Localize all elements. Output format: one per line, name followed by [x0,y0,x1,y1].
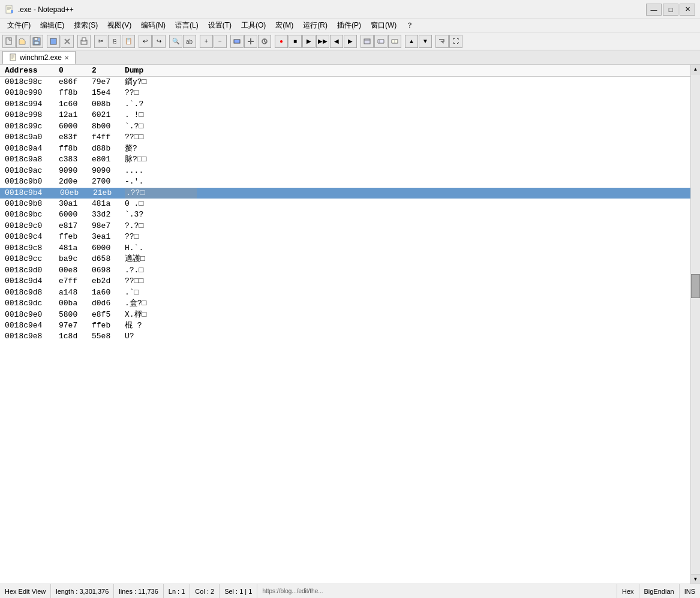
tb-undo[interactable]: ↩ [139,35,152,48]
tb-prev[interactable]: ◀ [330,35,343,48]
menu-tools[interactable]: 工具(O) [236,19,271,32]
tb-zoom-in[interactable]: + [200,35,213,48]
tb-fullscreen[interactable]: ⛶ [449,35,462,48]
cell-col0: 2d0e [59,176,92,187]
tb-redo[interactable]: ↪ [152,35,166,48]
tb-btn1[interactable] [230,35,244,48]
status-sel: Sel : 1 | 1 [220,584,257,598]
hex-row[interactable]: 0018c990 ff8b 15e4 ??□ [0,88,690,98]
tb-copy[interactable]: ⎘ [108,35,121,48]
hex-row[interactable]: 0018c9ac 9090 9090 .... [0,166,690,176]
tab-close-button[interactable]: ✕ [64,55,69,61]
tb-btn5[interactable] [374,35,387,48]
tb-open[interactable] [16,35,29,48]
tb-next[interactable]: ▶ [344,35,357,48]
hex-row[interactable]: 0018c9d0 00e8 0698 .?.□ [0,265,690,276]
cell-dump: H.`. [125,243,197,254]
cell-col0: 481a [59,243,92,254]
hex-row[interactable]: 0018c9d4 e7ff eb2d ??□□ [0,276,690,287]
tb-sep3 [91,35,94,48]
tb-rec[interactable]: ● [275,35,288,48]
app-icon [5,5,14,14]
main-content: Address 0 2 Dump 0018c98c e86f 79e7 鑕y?□… [0,65,700,584]
hex-row[interactable]: 0018c9cc ba9c d658 適護□ [0,254,690,265]
tb-new[interactable] [2,35,16,48]
tb-btn6[interactable] [388,35,401,48]
menu-language[interactable]: 语言(L) [170,19,203,32]
tb-btn2[interactable] [244,35,257,48]
tb-print[interactable] [77,35,91,48]
status-url: https://blog.../edit/the... [257,584,617,598]
menu-window[interactable]: 窗口(W) [366,19,401,32]
tb-zoom-out[interactable]: − [214,35,227,48]
hex-row[interactable]: 0018c9dc 00ba d0d6 .盒?□ [0,298,690,309]
hex-row[interactable]: 0018c9d8 a148 1a60 .`□ [0,287,690,298]
menu-run[interactable]: 运行(R) [298,19,332,32]
hex-row[interactable]: 0018c99c 6000 8b00 `.?□ [0,121,690,132]
menu-macro[interactable]: 宏(M) [271,19,298,32]
cell-address: 0018c99c [5,121,59,132]
tb-play[interactable]: ▶ [302,35,316,48]
tb-save-all[interactable] [47,35,60,48]
tb-stop[interactable]: ■ [289,35,302,48]
tb-btn3[interactable] [258,35,271,48]
hex-row[interactable]: 0018c9c8 481a 6000 H.`. [0,243,690,254]
tb-cut[interactable]: ✂ [94,35,107,48]
hex-row[interactable]: 0018c9a4 ff8b d88b 嫠? [0,143,690,154]
menu-edit[interactable]: 编辑(E) [35,19,69,32]
menu-view[interactable]: 视图(V) [103,19,136,32]
tb-sep8 [272,35,274,48]
tb-btn4[interactable] [360,35,374,48]
tb-down[interactable]: ▼ [419,35,432,48]
tb-wrap[interactable] [435,35,449,48]
menu-settings[interactable]: 设置(T) [203,19,236,32]
menu-search[interactable]: 搜索(S) [69,19,103,32]
cell-address: 0018c9d4 [5,276,59,287]
scroll-up-button[interactable]: ▲ [691,65,700,74]
tb-find[interactable]: 🔍 [169,35,182,48]
cell-dump: ??□□ [125,276,197,287]
cell-address: 0018c9b8 [5,199,59,209]
hex-row[interactable]: 0018c9b8 30a1 481a 0 .□ [0,199,690,209]
minimize-button[interactable]: — [646,4,662,16]
hex-row[interactable]: 0018c9c0 e817 98e7 ?.?□ [0,221,690,232]
cell-dump: . !□ [125,110,197,121]
close-button[interactable]: ✕ [680,4,695,16]
menu-encoding[interactable]: 编码(N) [136,19,170,32]
menu-help[interactable]: ？ [401,19,418,32]
cell-dump: X.桴□ [125,309,197,320]
hex-row[interactable]: 0018c9a0 e83f f4ff ??□□ [0,132,690,143]
tab-winchm2[interactable]: winchm2.exe ✕ [2,51,76,64]
scroll-down-button[interactable]: ▼ [691,574,700,584]
tb-close[interactable] [61,35,74,48]
hex-row[interactable]: 0018c998 12a1 6021 . !□ [0,110,690,121]
scroll-track[interactable] [691,74,700,574]
hex-row[interactable]: 0018c9c4 ffeb 3ea1 ??□ [0,232,690,242]
cell-address: 0018c9cc [5,254,59,265]
cell-col2: d0d6 [92,298,125,309]
scroll-thumb[interactable] [691,274,700,298]
maximize-button[interactable]: □ [663,4,678,16]
hex-row[interactable]: 0018c9a8 c383 e801 脉?□□ [0,154,690,165]
hex-row[interactable]: 0018c9b4 00eb 21eb .??□ [0,188,690,199]
hex-row[interactable]: 0018c98c e86f 79e7 鑕y?□ [0,77,690,88]
status-bar: Hex Edit View length : 3,301,376 lines :… [0,584,700,598]
menu-file[interactable]: 文件(F) [2,19,35,32]
tb-save[interactable] [30,35,43,48]
hex-row[interactable]: 0018c994 1c60 008b .`.? [0,99,690,110]
menu-plugins[interactable]: 插件(P) [332,19,366,32]
hex-row[interactable]: 0018c9e4 97e7 ffeb 棍 ? [0,320,690,331]
tb-replace[interactable]: ab [183,35,196,48]
hex-row[interactable]: 0018c9e8 1c8d 55e8 U? [0,331,690,342]
cell-col2: 481a [92,199,125,209]
cell-address: 0018c9e0 [5,309,59,320]
cell-col0: e7ff [59,276,92,287]
tb-play2[interactable]: ▶▶ [316,35,329,48]
hex-row[interactable]: 0018c9e0 5800 e8f5 X.桴□ [0,309,690,320]
hex-row[interactable]: 0018c9bc 6000 33d2 `.3? [0,209,690,220]
status-encoding: Hex [617,584,639,598]
hex-row[interactable]: 0018c9b0 2d0e 2700 -.'. [0,176,690,187]
tb-paste[interactable]: 📋 [122,35,135,48]
tb-up[interactable]: ▲ [405,35,418,48]
cell-col2: 98e7 [92,221,125,232]
